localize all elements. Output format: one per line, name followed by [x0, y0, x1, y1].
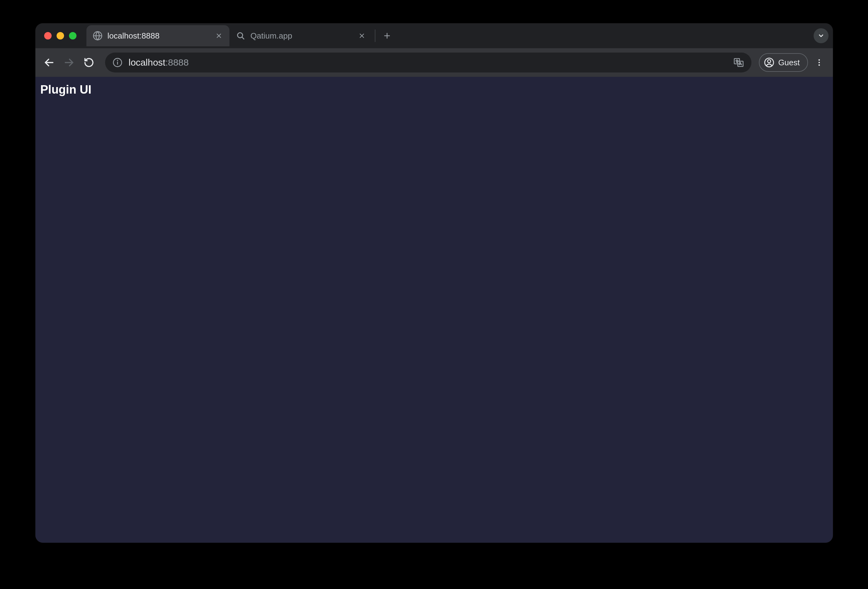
- guest-avatar-icon: [764, 57, 774, 68]
- tab-title: Qatium.app: [251, 31, 353, 41]
- search-icon: [236, 31, 246, 41]
- svg-line-5: [242, 37, 244, 39]
- page-content: Plugin UI: [35, 77, 833, 543]
- tab-bar: localhost:8888 Qatium.app: [35, 23, 833, 48]
- tab-localhost[interactable]: localhost:8888: [86, 25, 229, 46]
- window-controls: [44, 32, 77, 40]
- window-close-button[interactable]: [44, 32, 52, 40]
- tab-qatium[interactable]: Qatium.app: [229, 25, 372, 46]
- url-host: localhost: [129, 57, 165, 68]
- url-text: localhost:8888: [129, 57, 728, 68]
- forward-button[interactable]: [60, 54, 78, 71]
- svg-point-23: [818, 62, 820, 63]
- globe-icon: [93, 31, 103, 41]
- translate-icon[interactable]: [734, 57, 744, 68]
- browser-window: localhost:8888 Qatium.app: [35, 23, 833, 543]
- browser-toolbar: localhost:8888: [35, 48, 833, 77]
- tab-title: localhost:8888: [108, 31, 210, 41]
- tab-separator: [375, 30, 375, 42]
- tab-close-button[interactable]: [214, 31, 223, 40]
- new-tab-button[interactable]: [380, 29, 394, 43]
- tabs-dropdown-button[interactable]: [813, 28, 828, 43]
- svg-point-24: [818, 64, 820, 66]
- profile-button[interactable]: Guest: [759, 53, 808, 72]
- back-button[interactable]: [40, 54, 58, 71]
- url-port: :8888: [165, 57, 189, 68]
- svg-point-21: [768, 60, 771, 63]
- address-bar[interactable]: localhost:8888: [105, 53, 752, 72]
- profile-label: Guest: [778, 58, 800, 68]
- window-maximize-button[interactable]: [69, 32, 77, 40]
- window-minimize-button[interactable]: [56, 32, 64, 40]
- site-info-icon[interactable]: [112, 58, 123, 68]
- tab-close-button[interactable]: [357, 31, 366, 40]
- svg-point-22: [818, 59, 820, 61]
- page-heading: Plugin UI: [40, 83, 828, 96]
- reload-button[interactable]: [80, 54, 97, 71]
- browser-menu-button[interactable]: [810, 54, 828, 71]
